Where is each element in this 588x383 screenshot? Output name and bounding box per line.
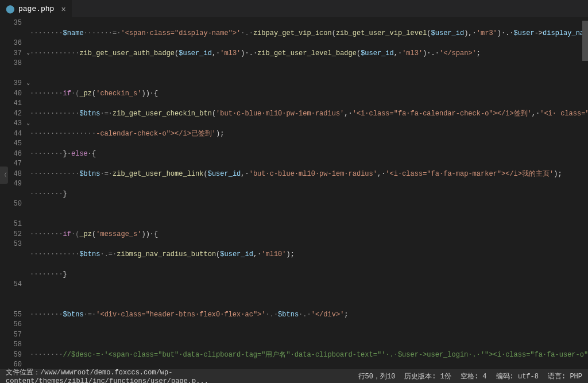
line-number: 43 xyxy=(0,119,22,129)
line-number: 44 xyxy=(0,129,22,140)
code-line: ········if·(_pz('checkin_s'))·{ xyxy=(30,89,588,99)
line-number: 58 xyxy=(0,340,22,350)
code-line xyxy=(30,290,588,300)
line-number: 55 xyxy=(0,310,22,320)
status-bar: 文件位置：/www/wwwroot/demo.foxccs.com/wp-con… xyxy=(0,369,588,383)
line-number: 54 xyxy=(0,280,22,290)
line-number xyxy=(0,29,22,39)
code-line xyxy=(30,69,588,79)
code-line: ········} xyxy=(30,189,588,200)
status-spaces[interactable]: 空格: 4 xyxy=(461,372,487,381)
line-number: 37 xyxy=(0,49,22,59)
php-icon: ⬤ xyxy=(6,4,15,14)
code-line: ········}·else·{ xyxy=(30,149,588,160)
code-line: ········} xyxy=(30,270,588,280)
line-number: 53 xyxy=(0,239,22,250)
code-line: ············$btns·=·zib_get_user_home_li… xyxy=(30,169,588,180)
code-line: ················-calendar-check-o"></i>已… xyxy=(30,129,588,140)
fold-icon[interactable]: ⌄ xyxy=(27,48,30,59)
tab-bar: ⬤ page.php × xyxy=(0,0,588,17)
code-line: ············$btns·=·zib_get_user_checkin… xyxy=(30,109,588,119)
code-line: ········$name·······=·'<span·class="disp… xyxy=(30,29,588,39)
line-number xyxy=(0,300,22,310)
line-number: 46 xyxy=(0,149,22,160)
line-number: 45 xyxy=(0,139,22,149)
line-number: 52 xyxy=(0,230,22,240)
code-line: ········//$desc·=·'<span·class="but"·dat… xyxy=(30,350,588,361)
line-number xyxy=(0,270,22,280)
status-history[interactable]: 历史版本: 1份 xyxy=(404,372,451,381)
code-editor[interactable]: 35 36 37⌄ 38 39⌄ 40 41 42 43⌄ 44 45 46 4… xyxy=(0,17,588,369)
fold-icon[interactable]: ⌄ xyxy=(27,79,30,89)
status-language[interactable]: 语言: PHP xyxy=(548,372,582,381)
line-number: 40 xyxy=(0,89,22,99)
line-number: 35 xyxy=(0,18,22,29)
code-line: ············zib_get_user_auth_badge($use… xyxy=(30,49,588,59)
fold-icon[interactable]: ⌄ xyxy=(27,119,30,129)
line-number: 57 xyxy=(0,330,22,341)
code-area[interactable]: ········$name·······=·'<span·class="disp… xyxy=(30,17,588,369)
line-number: 50 xyxy=(0,199,22,210)
gutter-chevron-icon[interactable]: 〈 xyxy=(0,167,8,184)
vertical-scrollbar[interactable] xyxy=(582,17,588,369)
line-number xyxy=(0,69,22,79)
line-number: 59 xyxy=(0,350,22,361)
line-number xyxy=(0,290,22,300)
code-line xyxy=(30,330,588,341)
code-line: ········if·(_pz('message_s'))·{ xyxy=(30,230,588,240)
line-number xyxy=(0,260,22,270)
line-number xyxy=(0,250,22,260)
file-path: 文件位置：/www/wwwroot/demo.foxccs.com/wp-con… xyxy=(6,367,358,384)
close-icon[interactable]: × xyxy=(61,5,65,14)
line-number-gutter: 35 36 37⌄ 38 39⌄ 40 41 42 43⌄ 44 45 46 4… xyxy=(0,17,30,369)
line-number: 42 xyxy=(0,109,22,119)
line-number: 39 xyxy=(0,79,22,89)
line-number xyxy=(0,210,22,220)
line-number: 56 xyxy=(0,320,22,330)
status-encoding[interactable]: 编码: utf-8 xyxy=(496,372,539,381)
code-line: ········$btns·=·'<div·class="header-btns… xyxy=(30,310,588,320)
code-line xyxy=(30,210,588,220)
line-number: 51 xyxy=(0,219,22,230)
tab-page-php[interactable]: ⬤ page.php × xyxy=(0,0,72,17)
status-line-col[interactable]: 行50，列10 xyxy=(358,372,396,381)
scrollbar-thumb[interactable] xyxy=(582,21,588,61)
line-number xyxy=(0,189,22,200)
tab-filename: page.php xyxy=(18,5,54,13)
line-number: 38 xyxy=(0,59,22,69)
line-number: 41 xyxy=(0,99,22,109)
line-number: 36 xyxy=(0,38,22,49)
code-line: ············$btns·.=·zibmsg_nav_radius_b… xyxy=(30,250,588,260)
